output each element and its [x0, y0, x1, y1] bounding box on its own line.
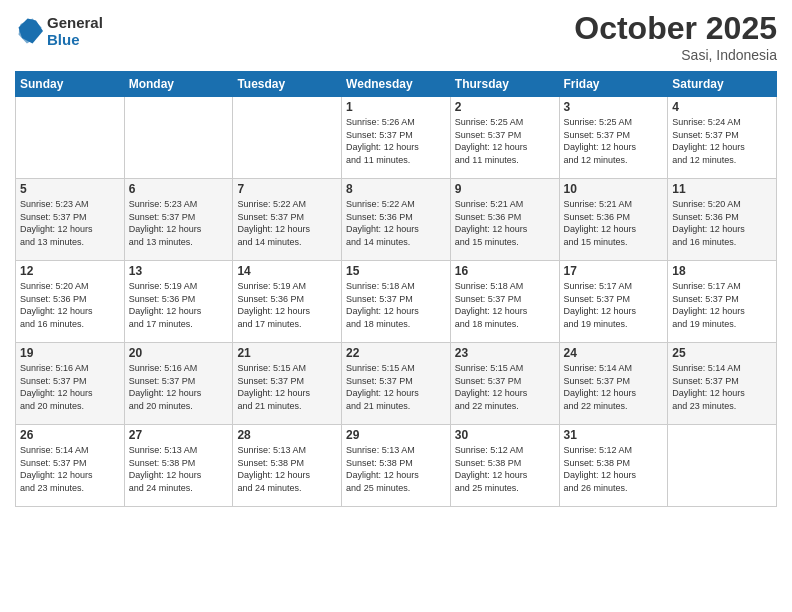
weekday-wednesday: Wednesday: [342, 72, 451, 97]
day-number: 28: [237, 428, 337, 442]
calendar-cell: 9Sunrise: 5:21 AM Sunset: 5:36 PM Daylig…: [450, 179, 559, 261]
calendar-cell: 24Sunrise: 5:14 AM Sunset: 5:37 PM Dayli…: [559, 343, 668, 425]
day-number: 14: [237, 264, 337, 278]
day-info: Sunrise: 5:17 AM Sunset: 5:37 PM Dayligh…: [672, 280, 772, 330]
calendar-cell: [233, 97, 342, 179]
calendar-cell: 29Sunrise: 5:13 AM Sunset: 5:38 PM Dayli…: [342, 425, 451, 507]
calendar-cell: 1Sunrise: 5:26 AM Sunset: 5:37 PM Daylig…: [342, 97, 451, 179]
day-number: 19: [20, 346, 120, 360]
calendar-cell: 6Sunrise: 5:23 AM Sunset: 5:37 PM Daylig…: [124, 179, 233, 261]
weekday-header-row: SundayMondayTuesdayWednesdayThursdayFrid…: [16, 72, 777, 97]
day-info: Sunrise: 5:20 AM Sunset: 5:36 PM Dayligh…: [672, 198, 772, 248]
day-number: 7: [237, 182, 337, 196]
calendar-cell: 18Sunrise: 5:17 AM Sunset: 5:37 PM Dayli…: [668, 261, 777, 343]
day-number: 2: [455, 100, 555, 114]
calendar-cell: 10Sunrise: 5:21 AM Sunset: 5:36 PM Dayli…: [559, 179, 668, 261]
day-info: Sunrise: 5:25 AM Sunset: 5:37 PM Dayligh…: [455, 116, 555, 166]
calendar-cell: 25Sunrise: 5:14 AM Sunset: 5:37 PM Dayli…: [668, 343, 777, 425]
day-number: 23: [455, 346, 555, 360]
day-number: 4: [672, 100, 772, 114]
calendar-cell: 23Sunrise: 5:15 AM Sunset: 5:37 PM Dayli…: [450, 343, 559, 425]
day-info: Sunrise: 5:14 AM Sunset: 5:37 PM Dayligh…: [564, 362, 664, 412]
logo: General Blue: [15, 14, 103, 48]
logo-text: General Blue: [47, 14, 103, 48]
day-info: Sunrise: 5:14 AM Sunset: 5:37 PM Dayligh…: [672, 362, 772, 412]
day-info: Sunrise: 5:22 AM Sunset: 5:36 PM Dayligh…: [346, 198, 446, 248]
day-number: 11: [672, 182, 772, 196]
calendar-cell: 2Sunrise: 5:25 AM Sunset: 5:37 PM Daylig…: [450, 97, 559, 179]
weekday-friday: Friday: [559, 72, 668, 97]
week-row-5: 26Sunrise: 5:14 AM Sunset: 5:37 PM Dayli…: [16, 425, 777, 507]
weekday-tuesday: Tuesday: [233, 72, 342, 97]
day-number: 29: [346, 428, 446, 442]
day-number: 8: [346, 182, 446, 196]
day-info: Sunrise: 5:18 AM Sunset: 5:37 PM Dayligh…: [455, 280, 555, 330]
calendar-cell: 20Sunrise: 5:16 AM Sunset: 5:37 PM Dayli…: [124, 343, 233, 425]
calendar-cell: 26Sunrise: 5:14 AM Sunset: 5:37 PM Dayli…: [16, 425, 125, 507]
calendar-cell: 3Sunrise: 5:25 AM Sunset: 5:37 PM Daylig…: [559, 97, 668, 179]
calendar-cell: 11Sunrise: 5:20 AM Sunset: 5:36 PM Dayli…: [668, 179, 777, 261]
day-info: Sunrise: 5:15 AM Sunset: 5:37 PM Dayligh…: [237, 362, 337, 412]
day-info: Sunrise: 5:24 AM Sunset: 5:37 PM Dayligh…: [672, 116, 772, 166]
day-number: 25: [672, 346, 772, 360]
day-info: Sunrise: 5:16 AM Sunset: 5:37 PM Dayligh…: [20, 362, 120, 412]
calendar-cell: 17Sunrise: 5:17 AM Sunset: 5:37 PM Dayli…: [559, 261, 668, 343]
day-number: 9: [455, 182, 555, 196]
day-number: 15: [346, 264, 446, 278]
week-row-1: 1Sunrise: 5:26 AM Sunset: 5:37 PM Daylig…: [16, 97, 777, 179]
day-info: Sunrise: 5:19 AM Sunset: 5:36 PM Dayligh…: [129, 280, 229, 330]
day-number: 27: [129, 428, 229, 442]
day-info: Sunrise: 5:16 AM Sunset: 5:37 PM Dayligh…: [129, 362, 229, 412]
weekday-saturday: Saturday: [668, 72, 777, 97]
calendar-cell: 16Sunrise: 5:18 AM Sunset: 5:37 PM Dayli…: [450, 261, 559, 343]
day-number: 20: [129, 346, 229, 360]
day-info: Sunrise: 5:14 AM Sunset: 5:37 PM Dayligh…: [20, 444, 120, 494]
weekday-thursday: Thursday: [450, 72, 559, 97]
day-info: Sunrise: 5:13 AM Sunset: 5:38 PM Dayligh…: [346, 444, 446, 494]
day-info: Sunrise: 5:21 AM Sunset: 5:36 PM Dayligh…: [455, 198, 555, 248]
day-number: 3: [564, 100, 664, 114]
calendar-cell: [124, 97, 233, 179]
calendar-cell: 14Sunrise: 5:19 AM Sunset: 5:36 PM Dayli…: [233, 261, 342, 343]
day-number: 22: [346, 346, 446, 360]
calendar-cell: 7Sunrise: 5:22 AM Sunset: 5:37 PM Daylig…: [233, 179, 342, 261]
logo-icon: [15, 17, 43, 45]
day-number: 30: [455, 428, 555, 442]
calendar-table: SundayMondayTuesdayWednesdayThursdayFrid…: [15, 71, 777, 507]
page: General Blue October 2025 Sasi, Indonesi…: [0, 0, 792, 612]
day-info: Sunrise: 5:12 AM Sunset: 5:38 PM Dayligh…: [455, 444, 555, 494]
day-info: Sunrise: 5:23 AM Sunset: 5:37 PM Dayligh…: [129, 198, 229, 248]
calendar-cell: 5Sunrise: 5:23 AM Sunset: 5:37 PM Daylig…: [16, 179, 125, 261]
calendar-cell: 31Sunrise: 5:12 AM Sunset: 5:38 PM Dayli…: [559, 425, 668, 507]
day-info: Sunrise: 5:15 AM Sunset: 5:37 PM Dayligh…: [346, 362, 446, 412]
calendar-cell: 19Sunrise: 5:16 AM Sunset: 5:37 PM Dayli…: [16, 343, 125, 425]
day-info: Sunrise: 5:13 AM Sunset: 5:38 PM Dayligh…: [129, 444, 229, 494]
day-info: Sunrise: 5:18 AM Sunset: 5:37 PM Dayligh…: [346, 280, 446, 330]
day-number: 18: [672, 264, 772, 278]
day-number: 12: [20, 264, 120, 278]
calendar-cell: 8Sunrise: 5:22 AM Sunset: 5:36 PM Daylig…: [342, 179, 451, 261]
calendar-cell: 30Sunrise: 5:12 AM Sunset: 5:38 PM Dayli…: [450, 425, 559, 507]
day-number: 31: [564, 428, 664, 442]
day-info: Sunrise: 5:12 AM Sunset: 5:38 PM Dayligh…: [564, 444, 664, 494]
day-info: Sunrise: 5:15 AM Sunset: 5:37 PM Dayligh…: [455, 362, 555, 412]
title-area: October 2025 Sasi, Indonesia: [574, 10, 777, 63]
calendar-cell: 28Sunrise: 5:13 AM Sunset: 5:38 PM Dayli…: [233, 425, 342, 507]
day-info: Sunrise: 5:22 AM Sunset: 5:37 PM Dayligh…: [237, 198, 337, 248]
location: Sasi, Indonesia: [574, 47, 777, 63]
day-number: 5: [20, 182, 120, 196]
day-info: Sunrise: 5:19 AM Sunset: 5:36 PM Dayligh…: [237, 280, 337, 330]
calendar-cell: 21Sunrise: 5:15 AM Sunset: 5:37 PM Dayli…: [233, 343, 342, 425]
week-row-2: 5Sunrise: 5:23 AM Sunset: 5:37 PM Daylig…: [16, 179, 777, 261]
logo-blue: Blue: [47, 31, 103, 48]
weekday-sunday: Sunday: [16, 72, 125, 97]
calendar-cell: 12Sunrise: 5:20 AM Sunset: 5:36 PM Dayli…: [16, 261, 125, 343]
day-number: 26: [20, 428, 120, 442]
calendar-cell: 4Sunrise: 5:24 AM Sunset: 5:37 PM Daylig…: [668, 97, 777, 179]
calendar-cell: 27Sunrise: 5:13 AM Sunset: 5:38 PM Dayli…: [124, 425, 233, 507]
day-number: 16: [455, 264, 555, 278]
day-info: Sunrise: 5:13 AM Sunset: 5:38 PM Dayligh…: [237, 444, 337, 494]
day-number: 13: [129, 264, 229, 278]
calendar-cell: 13Sunrise: 5:19 AM Sunset: 5:36 PM Dayli…: [124, 261, 233, 343]
day-number: 10: [564, 182, 664, 196]
